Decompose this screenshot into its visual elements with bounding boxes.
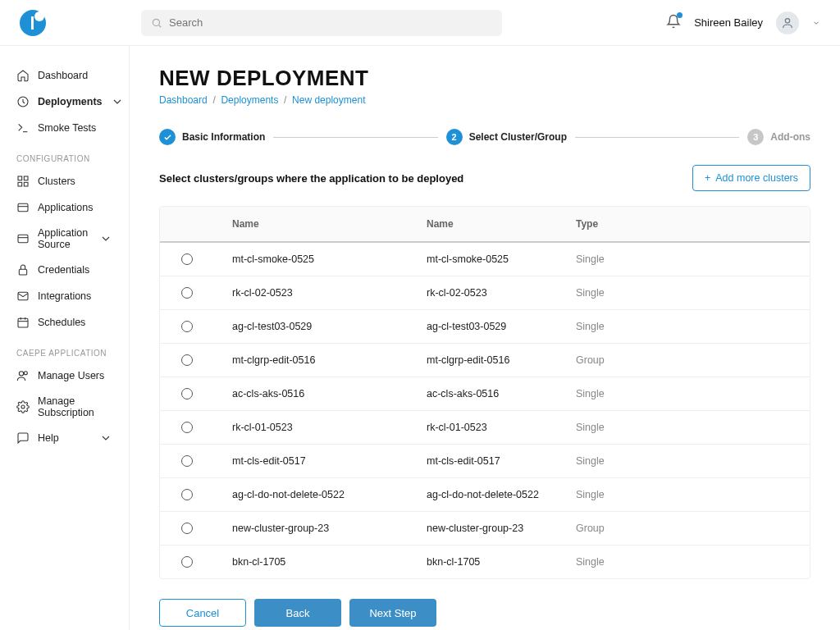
radio-button[interactable] xyxy=(181,422,193,433)
gear-icon xyxy=(16,400,30,413)
users-icon xyxy=(16,369,30,382)
cell-name-2: rk-cl-02-0523 xyxy=(427,287,576,299)
cell-name-2: mt-cls-edit-0517 xyxy=(427,455,576,467)
table-row[interactable]: ag-cl-test03-0529ag-cl-test03-0529Single xyxy=(160,310,810,344)
table-row[interactable]: ag-cl-do-not-delete-0522ag-cl-do-not-del… xyxy=(160,478,810,512)
page-title: NEW DEPLOYMENT xyxy=(159,66,810,91)
radio-button[interactable] xyxy=(181,556,193,568)
cell-name-1: ac-cls-aks-0516 xyxy=(232,388,427,399)
cell-name-2: rk-cl-01-0523 xyxy=(427,422,576,433)
clusters-table: Name Name Type mt-cl-smoke-0525mt-cl-smo… xyxy=(159,206,810,579)
sidebar-item-label: Manage Users xyxy=(38,370,104,381)
cell-name-2: mt-cl-smoke-0525 xyxy=(427,253,576,265)
terminal-icon xyxy=(16,121,30,135)
sidebar-item-help[interactable]: Help xyxy=(0,425,129,451)
cell-type: Group xyxy=(576,354,810,366)
notifications-button[interactable] xyxy=(666,14,681,31)
svg-point-19 xyxy=(19,372,23,376)
sidebar-item-credentials[interactable]: Credentials xyxy=(0,257,129,283)
home-icon xyxy=(16,69,30,82)
clusters-icon xyxy=(16,175,30,188)
add-more-clusters-button[interactable]: + Add more clusters xyxy=(692,165,810,191)
radio-button[interactable] xyxy=(181,321,193,332)
cell-type: Single xyxy=(576,253,810,265)
chevron-down-icon[interactable] xyxy=(812,19,820,27)
search-input[interactable] xyxy=(169,16,492,29)
svg-rect-7 xyxy=(18,182,22,186)
sidebar-item-smoke-tests[interactable]: Smoke Tests xyxy=(0,115,129,141)
cell-type: Single xyxy=(576,388,810,399)
cell-name-2: ac-cls-aks-0516 xyxy=(427,388,576,399)
table-row[interactable]: new-cluster-group-23new-cluster-group-23… xyxy=(160,512,810,546)
cell-name-2: bkn-cl-1705 xyxy=(427,556,576,568)
sidebar-item-manage-users[interactable]: Manage Users xyxy=(0,363,129,389)
breadcrumb-deployments[interactable]: Deployments xyxy=(221,94,278,106)
username-label: Shireen Bailey xyxy=(694,16,763,29)
radio-button[interactable] xyxy=(181,253,193,265)
radio-button[interactable] xyxy=(181,489,193,500)
table-row[interactable]: mt-cl-smoke-0525mt-cl-smoke-0525Single xyxy=(160,243,810,276)
sidebar-section-caepe: CAEPE APPLICATION xyxy=(0,336,129,363)
apps-icon xyxy=(16,201,30,214)
step-number: 3 xyxy=(747,129,764,145)
radio-button[interactable] xyxy=(181,523,193,534)
sidebar-item-application-source[interactable]: Application Source xyxy=(0,221,129,257)
svg-rect-14 xyxy=(18,292,28,299)
add-more-label: Add more clusters xyxy=(715,172,798,184)
breadcrumb-dashboard[interactable]: Dashboard xyxy=(159,94,208,106)
svg-rect-15 xyxy=(18,318,28,327)
search-box[interactable] xyxy=(141,10,502,36)
radio-button[interactable] xyxy=(181,287,193,299)
sidebar-item-label: Help xyxy=(38,432,59,444)
table-row[interactable]: ac-cls-aks-0516ac-cls-aks-0516Single xyxy=(160,377,810,411)
sidebar-item-schedules[interactable]: Schedules xyxy=(0,309,129,336)
radio-button[interactable] xyxy=(181,455,193,467)
sidebar-item-label: Integrations xyxy=(38,290,91,302)
step-number: 2 xyxy=(446,129,463,145)
sidebar-item-integrations[interactable]: Integrations xyxy=(0,283,129,309)
table-row[interactable]: mt-clgrp-edit-0516mt-clgrp-edit-0516Grou… xyxy=(160,344,810,377)
sidebar: Dashboard Deployments Smoke Tests CONFIG… xyxy=(0,46,130,630)
source-icon xyxy=(16,232,30,245)
step-addons[interactable]: 3 Add-ons xyxy=(747,129,810,145)
sidebar-item-applications[interactable]: Applications xyxy=(0,194,129,221)
next-step-button[interactable]: Next Step xyxy=(349,599,436,627)
table-row[interactable]: rk-cl-01-0523rk-cl-01-0523Single xyxy=(160,411,810,445)
cell-name-1: rk-cl-01-0523 xyxy=(232,422,427,433)
sidebar-item-label: Schedules xyxy=(38,317,85,328)
sidebar-item-clusters[interactable]: Clusters xyxy=(0,168,129,194)
sidebar-item-label: Credentials xyxy=(38,264,89,276)
logo-icon xyxy=(20,10,46,36)
sidebar-item-dashboard[interactable]: Dashboard xyxy=(0,62,129,89)
svg-point-2 xyxy=(785,18,789,22)
table-row[interactable]: rk-cl-02-0523rk-cl-02-0523Single xyxy=(160,276,810,310)
col-type: Type xyxy=(576,218,810,230)
svg-rect-13 xyxy=(19,269,26,275)
radio-button[interactable] xyxy=(181,354,193,366)
step-label: Select Cluster/Group xyxy=(469,131,567,143)
cancel-button[interactable]: Cancel xyxy=(159,599,246,627)
avatar[interactable] xyxy=(776,11,799,34)
breadcrumb-new-deployment[interactable]: New deployment xyxy=(292,94,365,106)
svg-rect-8 xyxy=(24,182,28,186)
deploy-icon xyxy=(16,95,30,108)
sidebar-item-label: Smoke Tests xyxy=(38,122,96,134)
table-row[interactable]: mt-cls-edit-0517mt-cls-edit-0517Single xyxy=(160,445,810,478)
svg-rect-6 xyxy=(24,176,28,180)
cell-name-2: ag-cl-do-not-delete-0522 xyxy=(427,489,576,500)
main-content: NEW DEPLOYMENT Dashboard / Deployments /… xyxy=(130,46,840,630)
col-name-2: Name xyxy=(427,218,576,230)
sidebar-item-label: Applications xyxy=(38,202,93,213)
cell-type: Single xyxy=(576,455,810,467)
table-row[interactable]: bkn-cl-1705bkn-cl-1705Single xyxy=(160,546,810,578)
back-button[interactable]: Back xyxy=(254,599,341,627)
mail-icon xyxy=(16,290,30,303)
cell-name-1: mt-clgrp-edit-0516 xyxy=(232,354,427,366)
plus-icon: + xyxy=(705,172,710,184)
radio-button[interactable] xyxy=(181,388,193,399)
cell-type: Group xyxy=(576,523,810,534)
sidebar-item-deployments[interactable]: Deployments xyxy=(0,89,129,115)
step-select-cluster[interactable]: 2 Select Cluster/Group xyxy=(446,129,567,145)
step-basic-information[interactable]: Basic Information xyxy=(159,129,265,145)
sidebar-item-manage-subscription[interactable]: Manage Subscription xyxy=(0,389,129,425)
